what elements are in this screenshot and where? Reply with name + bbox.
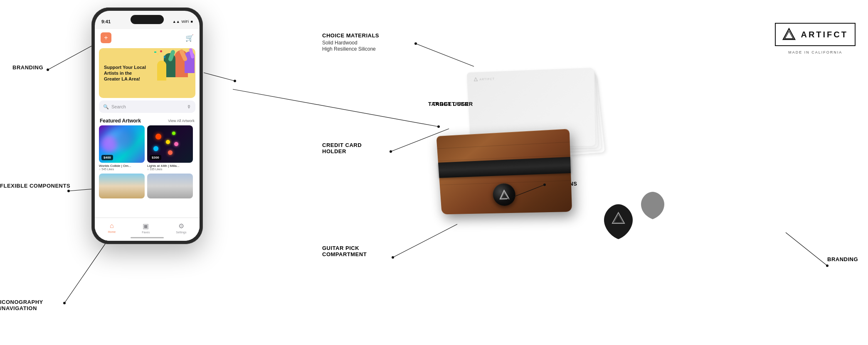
credit-card-label: CREDIT CARD HOLDER — [322, 142, 362, 154]
featured-title: Featured Artwork — [100, 118, 141, 124]
svg-point-5 — [63, 302, 66, 304]
light-orange — [168, 150, 173, 155]
nav-settings-label: Settings — [176, 231, 186, 234]
confetti-1 — [160, 50, 162, 52]
light-yellow — [166, 140, 170, 144]
confetti-2 — [157, 53, 159, 55]
phone-outer-shell: 9:41 ▲▲ WiFi ■ + 🛒 — [91, 7, 203, 244]
faves-icon: ▣ — [143, 222, 149, 230]
confetti-3 — [154, 51, 156, 53]
svg-line-4 — [64, 237, 110, 303]
artwork-row2 — [95, 172, 200, 198]
card-triangle-4 — [473, 77, 478, 81]
signal-icon: ▲▲ — [173, 20, 180, 24]
pick-black-shape — [603, 203, 634, 240]
light-green — [172, 132, 175, 135]
heart-icon-2: ○ — [147, 168, 149, 171]
artwork-card-4-image[interactable] — [147, 174, 193, 198]
svg-line-6 — [204, 73, 235, 81]
wood-base — [436, 129, 572, 214]
flexible-components-label: FLEXIBLE COMPONENTS — [0, 183, 70, 189]
credit-text-line2: HOLDER — [322, 148, 362, 154]
credit-text-line1: CREDIT CARD — [322, 142, 362, 148]
artwork-image-1: $400 — [99, 125, 145, 163]
settings-icon: ⚙ — [178, 222, 184, 230]
nav-home[interactable]: ⌂ Home — [108, 222, 116, 233]
guitar-pick-label: GUITAR PICK COMPARTMENT — [322, 245, 367, 257]
branding-label-left: BRANDING — [12, 64, 43, 71]
nav-settings[interactable]: ⚙ Settings — [176, 222, 186, 234]
artwork-info-1: Worlds Collide | Om... ○ 545 Likes — [99, 163, 145, 172]
nav-faves[interactable]: ▣ Faves — [142, 222, 150, 234]
navigation-text: /NAVIGATION — [0, 305, 43, 311]
guitar-text-line1: GUITAR PICK — [322, 245, 367, 251]
artifct-subtitle-text: MADE IN CALIFORNIA — [788, 50, 842, 54]
wallet-logo-icon — [498, 189, 510, 201]
artwork-card-3-image[interactable] — [99, 174, 145, 198]
plus-button[interactable]: + — [101, 32, 111, 43]
right-section: TARGET USER ANIMATED INTERACTIONS CHOICE… — [299, 0, 868, 345]
choice-materials-label: CHOICE MATERIALS Solid Hardwood High Res… — [322, 32, 379, 52]
choice-title: CHOICE MATERIALS — [322, 32, 379, 39]
hero-text: Support Your Local Artists in the Greate… — [99, 60, 152, 86]
target-user-global-text: TARGET USER — [432, 101, 473, 107]
artwork-title-2: Lights at 44th | Milla... — [147, 164, 193, 168]
product-visual-area: ARTIFCT ARTIFCT ARTIFCT ARTIFCT — [382, 42, 777, 311]
cart-icon[interactable]: 🛒 — [185, 34, 194, 42]
heart-icon-1: ○ — [99, 168, 101, 171]
wallet-logo-button — [492, 183, 516, 206]
artwork-likes-2: ○ 335 Likes — [147, 168, 193, 171]
search-icon: 🔍 — [103, 104, 109, 110]
art1-blob3 — [116, 127, 136, 150]
view-all-button[interactable]: View All Artwork — [168, 119, 195, 123]
left-section: BRANDING FLEXIBLE COMPONENTS ICONOGRAPHY… — [0, 0, 291, 345]
nav-home-label: Home — [108, 230, 116, 233]
phone-content: + 🛒 Support Your Local Artists in the Gr… — [95, 29, 200, 241]
artwork-grid: $400 Worlds Collide | Om... ○ 545 Likes — [95, 125, 200, 172]
hero-banner: Support Your Local Artists in the Greate… — [99, 48, 195, 98]
art1-blob2 — [101, 136, 118, 152]
iconography-text: ICONOGRAPHY — [0, 299, 43, 305]
artwork-card-1[interactable]: $400 Worlds Collide | Om... ○ 545 Likes — [99, 125, 145, 172]
featured-header: Featured Artwork View All Artwork — [95, 115, 200, 125]
guitar-text-line2: COMPARTMENT — [322, 251, 367, 257]
likes-count-1: 545 Likes — [101, 168, 114, 171]
svg-point-17 — [826, 264, 829, 267]
confetti-4 — [164, 56, 165, 58]
pick-gray-shape — [640, 191, 665, 220]
choice-sub2: High Resilience Silicone — [322, 46, 379, 52]
svg-line-16 — [786, 232, 827, 266]
flexible-text: FLEXIBLE COMPONENTS — [0, 183, 70, 189]
svg-point-3 — [67, 190, 70, 192]
artwork-image-2: $300 — [147, 125, 193, 163]
artwork-price-2: $300 — [150, 155, 161, 160]
artifct-triangle-icon — [782, 28, 796, 41]
figure-4 — [157, 61, 166, 81]
card-logo-4: ARTIFCT — [473, 76, 495, 81]
target-user-global-label: TARGET USER — [432, 101, 473, 107]
app-header: + 🛒 — [95, 29, 200, 46]
branding-text-left: BRANDING — [12, 64, 43, 71]
branding-text-right: BRANDING — [827, 256, 858, 262]
light-blue — [153, 146, 158, 151]
artwork-title-1: Worlds Collide | Om... — [99, 164, 145, 168]
home-indicator — [131, 237, 164, 238]
likes-count-2: 335 Likes — [150, 168, 162, 171]
artwork-info-2: Lights at 44th | Milla... ○ 335 Likes — [147, 163, 193, 172]
svg-point-7 — [234, 80, 236, 82]
status-icons: ▲▲ WiFi ■ — [173, 20, 193, 24]
grain-1 — [437, 142, 570, 149]
wifi-icon: WiFi — [182, 20, 189, 24]
phone-mockup: 9:41 ▲▲ WiFi ■ + 🛒 — [91, 7, 203, 244]
branding-label-right: BRANDING — [827, 255, 858, 263]
plus-icon: + — [104, 34, 108, 42]
search-bar[interactable]: 🔍 Search 🎙 — [99, 100, 195, 113]
iconography-label: ICONOGRAPHY /NAVIGATION — [0, 299, 43, 311]
nav-faves-label: Faves — [142, 231, 150, 234]
wallet-body — [436, 129, 572, 214]
home-icon: ⌂ — [110, 222, 114, 230]
artwork-card-2[interactable]: $300 Lights at 44th | Milla... ○ 335 Lik… — [147, 125, 193, 172]
phone-screen: 9:41 ▲▲ WiFi ■ + 🛒 — [95, 11, 200, 241]
artifct-logo-box: ARTIFCT — [775, 23, 856, 46]
dynamic-island — [131, 15, 164, 24]
